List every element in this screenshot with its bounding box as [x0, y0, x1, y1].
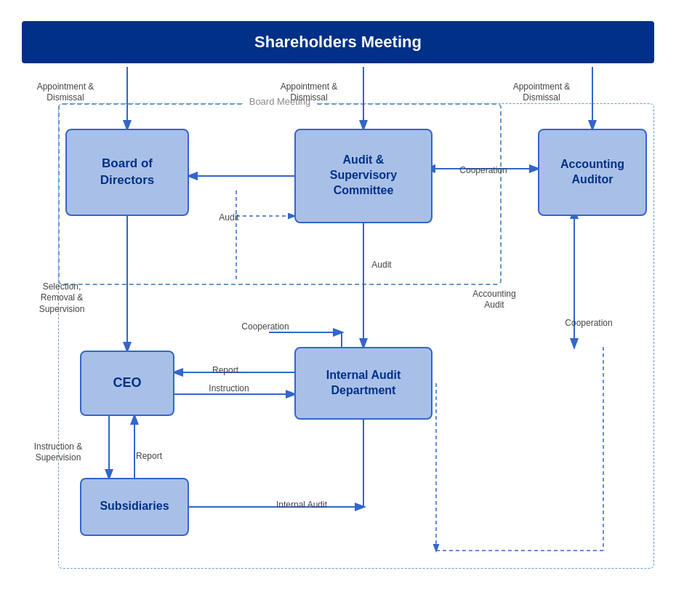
audit-supervisory-label: Audit &SupervisoryCommittee: [330, 153, 397, 198]
board-of-directors-node: Board ofDirectors: [65, 129, 189, 216]
instruction-supervision-label: Instruction &Supervision: [22, 441, 94, 464]
instruction-label-1: Instruction: [196, 383, 262, 395]
cooperation-label-3: Cooperation: [225, 321, 305, 333]
accounting-auditor-label: AccountingAuditor: [560, 157, 624, 188]
appoint-dismiss-label-3: Appointment &Dismissal: [494, 81, 589, 104]
report-label-2: Report: [124, 451, 174, 463]
report-label-1: Report: [196, 365, 254, 377]
selection-label: Selection,Removal &Supervision: [22, 281, 102, 316]
main-area: Board Meeting Board ofDirectors Audit &S…: [22, 63, 654, 594]
subsidiaries-node: Subsidiaries: [80, 478, 189, 536]
internal-audit-bottom-label: Internal Audit: [247, 500, 356, 511]
appoint-dismiss-label-2: Appointment &Dismissal: [262, 81, 356, 104]
cooperation-label-1: Cooperation: [447, 165, 520, 177]
diagram-container: Shareholders Meeting Board Meeting Board…: [11, 10, 665, 607]
ceo-label: CEO: [113, 375, 141, 391]
audit-label-2: Audit: [360, 260, 403, 271]
ceo-node: CEO: [80, 351, 174, 416]
cooperation-label-2: Cooperation: [552, 318, 625, 329]
accounting-auditor-node: AccountingAuditor: [538, 129, 647, 216]
subsidiaries-label: Subsidiaries: [100, 499, 169, 514]
board-of-directors-label: Board ofDirectors: [100, 156, 155, 188]
internal-audit-node: Internal AuditDepartment: [294, 347, 432, 420]
audit-label-1: Audit: [204, 212, 254, 224]
internal-audit-label: Internal AuditDepartment: [326, 368, 401, 399]
audit-supervisory-node: Audit &SupervisoryCommittee: [294, 129, 432, 223]
accounting-audit-label: AccountingAudit: [458, 289, 531, 311]
shareholders-meeting-banner: Shareholders Meeting: [22, 21, 654, 63]
appoint-dismiss-label-1: Appointment &Dismissal: [22, 81, 109, 104]
